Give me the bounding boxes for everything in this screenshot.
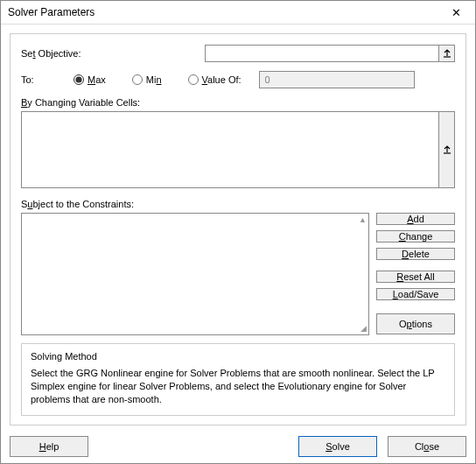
objective-input[interactable] bbox=[206, 46, 438, 61]
objective-ref-input bbox=[205, 45, 455, 62]
solve-button[interactable]: Solve bbox=[298, 436, 377, 457]
radio-group: Max Min Value Of: bbox=[74, 74, 242, 85]
radio-min-input[interactable] bbox=[132, 74, 143, 85]
radio-max-input[interactable] bbox=[74, 74, 84, 85]
constraints-listbox[interactable]: ▲ ◢ bbox=[21, 213, 369, 335]
main-panel: Set Objective: To: Max bbox=[10, 33, 466, 425]
to-row: To: Max Min Value Of: bbox=[21, 71, 455, 88]
close-icon[interactable]: ✕ bbox=[438, 1, 473, 24]
radio-valueof[interactable]: Value Of: bbox=[188, 74, 242, 85]
changing-cells-label: By Changing Variable Cells: bbox=[21, 97, 455, 108]
method-box-title: Solving Method bbox=[31, 351, 445, 362]
constraints-row: ▲ ◢ Add Change Delete Reset All Load/Sav… bbox=[21, 213, 455, 288]
radio-valueof-input[interactable] bbox=[188, 74, 199, 85]
window-title: Solver Parameters bbox=[8, 6, 94, 18]
to-label: To: bbox=[21, 74, 65, 85]
radio-min[interactable]: Min bbox=[132, 74, 162, 85]
set-objective-label: Set Objective: bbox=[21, 48, 205, 59]
changing-cells-ref-input bbox=[21, 111, 455, 188]
scroll-up-icon: ▲ bbox=[359, 215, 367, 224]
add-button[interactable]: Add bbox=[376, 213, 455, 225]
changing-cells-ref-icon[interactable] bbox=[438, 112, 454, 187]
change-button[interactable]: Change bbox=[376, 230, 455, 243]
valueof-input bbox=[259, 71, 415, 88]
close-button[interactable]: Close bbox=[388, 436, 466, 457]
method-box-text: Select the GRG Nonlinear engine for Solv… bbox=[31, 367, 445, 406]
help-button[interactable]: Help bbox=[10, 436, 88, 457]
radio-max[interactable]: Max bbox=[74, 74, 106, 85]
changing-cells-input[interactable] bbox=[22, 112, 438, 187]
objective-ref-icon[interactable] bbox=[438, 46, 454, 61]
constraints-label: Subject to the Constraints: bbox=[21, 199, 455, 209]
solver-dialog: Solver Parameters ✕ Set Objective: To: bbox=[0, 0, 476, 464]
constraint-buttons: Add Change Delete Reset All Load/Save bbox=[376, 213, 455, 288]
method-description-box: Solving Method Select the GRG Nonlinear … bbox=[21, 343, 455, 416]
titlebar: Solver Parameters ✕ bbox=[1, 1, 475, 25]
resize-grip-icon: ◢ bbox=[360, 324, 367, 333]
options-button[interactable]: Options bbox=[376, 313, 455, 334]
reset-all-button[interactable]: Reset All bbox=[376, 271, 455, 283]
delete-button[interactable]: Delete bbox=[376, 248, 455, 260]
objective-row: Set Objective: bbox=[21, 45, 455, 62]
footer: Help Solve Close bbox=[1, 431, 475, 464]
content-area: Set Objective: To: Max bbox=[1, 25, 475, 431]
